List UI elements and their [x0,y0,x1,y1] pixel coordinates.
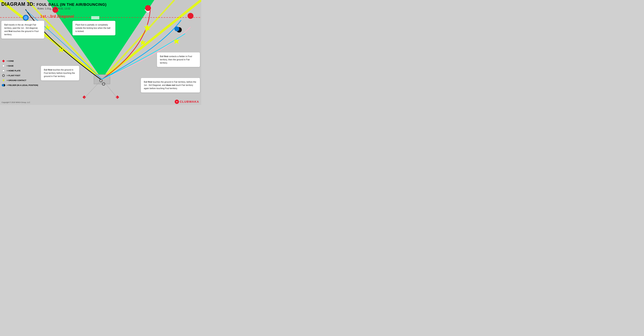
clubwaka-logo: W CLUBWAKA [175,100,199,104]
svg-text:W: W [176,101,178,103]
legend-label-cone: = CONE [7,60,14,62]
svg-point-37 [2,74,4,77]
infobox-center-top-text: Plant foot is partially or completely ou… [76,24,110,32]
svg-marker-36 [2,70,4,72]
legend-item-cone: = CONE [2,59,38,63]
base-icon [2,64,5,68]
legend-label-plantfoot: = PLANT FOOT [7,74,20,77]
infobox-top-left: Ball travels in the air, through Fair te… [1,21,44,39]
infobox-bottom-right-top: Ball first contacts a fielder in Foul te… [157,52,200,67]
diagram-title: DIAGRAM 3D: FOUL BALL (IN THE AIR/BOUNCI… [1,1,106,7]
legend-label-homeplate: = HOME PLATE [7,70,20,72]
legend-item-homeplate: = HOME PLATE [2,69,38,73]
cone-icon [2,59,5,63]
infobox-center-top: Plant foot is partially or completely ou… [72,21,116,35]
fielder-icon [2,83,5,87]
logo-circle: W [175,100,179,104]
logo-text: CLUBWAKA [180,100,199,103]
homeplate-icon [2,69,5,73]
legend-item-plantfoot: = PLANT FOOT [2,74,38,77]
legend: = CONE = BASE = HOME PLATE = PLANT FOOT [2,59,38,88]
plantfoot-icon [2,74,5,77]
svg-rect-30 [91,16,99,19]
svg-marker-38 [2,79,5,81]
legend-item-fielder: = FIELDER (IN A LEGAL POSITION) [2,83,38,87]
svg-point-40 [2,84,4,86]
title-subtitle: FOUL BALL (IN THE AIR/BOUNCING) [36,3,106,7]
infobox-bottom-left: Ball first touches the ground in Foul te… [41,66,79,80]
svg-point-29 [174,27,179,31]
title-main: DIAGRAM 3D: [1,1,35,7]
legend-label-groundcontact: = GROUND CONTAcT [7,79,26,81]
legend-label-fielder: = FIELDER (IN A LEGAL POSITION) [7,84,38,86]
svg-point-22 [24,16,28,20]
legend-item-groundcontact: = GROUND CONTAcT [2,78,38,82]
infobox-bottom-right: Ball first touches the ground in Fair te… [141,78,200,92]
legend-item-base: = BASE [2,64,38,68]
svg-point-23 [145,5,151,11]
svg-rect-35 [2,65,5,67]
rules-text: Rules: 1.01g, 1.04, 9.02, 13.02 [1,7,106,10]
header: DIAGRAM 3D: FOUL BALL (IN THE AIR/BOUNCI… [1,1,106,10]
groundcontact-icon [2,78,5,82]
legend-label-base: = BASE [7,65,14,67]
svg-marker-34 [2,60,5,62]
diagonal-label: 1st - 3rd Diagonal [40,14,74,19]
copyright: Copyright © 2016 WAKA Group, LLC [2,101,30,103]
svg-point-24 [188,13,194,19]
